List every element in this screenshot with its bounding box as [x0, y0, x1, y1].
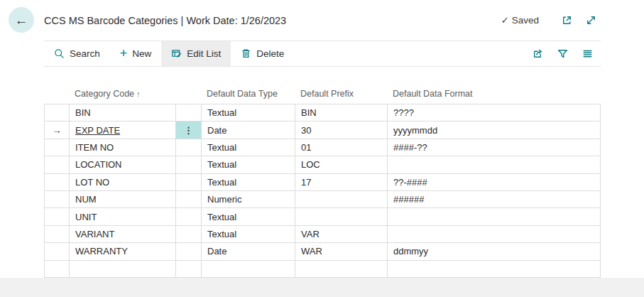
- row-selector-cell[interactable]: [45, 226, 70, 242]
- row-options-cell[interactable]: ⋮: [176, 122, 202, 138]
- default-prefix-cell[interactable]: 01: [295, 139, 388, 156]
- table-header-row: Category Code↑ Default Data Type Default…: [44, 84, 601, 104]
- default-data-type-cell[interactable]: [202, 261, 295, 277]
- default-prefix-cell[interactable]: VAR: [295, 226, 388, 242]
- column-header-default-data-type[interactable]: Default Data Type: [201, 89, 295, 99]
- row-options-cell[interactable]: [176, 139, 202, 156]
- column-header-category-code[interactable]: Category Code↑: [69, 89, 175, 99]
- row-selector-cell[interactable]: [45, 208, 70, 225]
- row-options-cell[interactable]: [176, 156, 202, 173]
- table-row[interactable]: WARRANTY Date WAR ddmmyy: [44, 243, 601, 260]
- default-data-type-cell[interactable]: Date: [202, 243, 295, 259]
- category-code-cell[interactable]: LOT NO: [70, 174, 176, 190]
- share-button[interactable]: [528, 48, 548, 60]
- table-row[interactable]: VARIANT Textual VAR: [44, 226, 601, 243]
- column-header-default-data-format[interactable]: Default Data Format: [387, 89, 601, 99]
- delete-icon: [241, 48, 251, 59]
- category-code-cell[interactable]: EXP DATE: [70, 122, 176, 138]
- default-data-format-cell[interactable]: ####-??: [388, 139, 601, 156]
- default-prefix-cell[interactable]: 30: [295, 122, 388, 138]
- open-in-new-window-button[interactable]: [561, 14, 573, 26]
- save-status: ✓ Saved: [501, 15, 539, 26]
- default-prefix-cell[interactable]: [295, 191, 388, 207]
- row-options-cell[interactable]: [176, 243, 202, 259]
- category-code-cell[interactable]: ITEM NO: [70, 139, 176, 156]
- column-header-default-prefix[interactable]: Default Prefix: [295, 89, 387, 99]
- row-selector-cell[interactable]: [45, 104, 70, 121]
- table-row[interactable]: → EXP DATE ⋮ Date 30 yyyymmdd: [44, 122, 601, 139]
- category-code-cell[interactable]: LOCATION: [70, 156, 176, 173]
- default-data-format-cell[interactable]: [388, 156, 601, 173]
- check-icon: ✓: [501, 15, 509, 26]
- row-selector-cell[interactable]: [45, 261, 70, 277]
- row-options-cell[interactable]: [176, 261, 202, 277]
- default-data-format-cell[interactable]: yyyymmdd: [388, 122, 601, 138]
- default-data-type-cell[interactable]: Textual: [202, 139, 295, 156]
- default-data-format-cell[interactable]: ######: [388, 191, 601, 207]
- table-row[interactable]: LOT NO Textual 17 ??-####: [44, 174, 601, 191]
- default-data-format-cell[interactable]: ddmmyy: [388, 243, 601, 259]
- expand-icon: [585, 14, 597, 26]
- bottom-area: [0, 278, 644, 297]
- default-prefix-cell[interactable]: BIN: [295, 104, 388, 121]
- row-selector-cell[interactable]: →: [45, 122, 70, 138]
- row-options-cell[interactable]: [176, 174, 202, 190]
- filter-button[interactable]: [552, 48, 573, 60]
- default-data-type-cell[interactable]: Textual: [202, 156, 295, 173]
- edit-list-button[interactable]: Edit List: [161, 41, 231, 66]
- search-button[interactable]: Search: [44, 41, 110, 66]
- row-selector-cell[interactable]: [45, 243, 70, 259]
- table-row[interactable]: BIN Textual BIN ????: [44, 104, 601, 122]
- search-label: Search: [70, 48, 100, 59]
- saved-label: Saved: [512, 15, 539, 26]
- default-prefix-cell[interactable]: LOC: [295, 156, 388, 173]
- default-prefix-cell[interactable]: [295, 261, 388, 277]
- table-body: BIN Textual BIN ???? → EXP DATE ⋮ Date 3…: [44, 104, 601, 278]
- default-prefix-cell[interactable]: WAR: [295, 243, 388, 259]
- category-code-cell[interactable]: VARIANT: [70, 226, 176, 242]
- table-row[interactable]: LOCATION Textual LOC: [44, 156, 601, 173]
- title-bar-right: ✓ Saved: [501, 0, 597, 40]
- default-data-type-cell[interactable]: Date: [202, 122, 295, 138]
- category-code-cell[interactable]: WARRANTY: [70, 243, 176, 259]
- row-options-cell[interactable]: [176, 208, 202, 225]
- edit-list-label: Edit List: [187, 48, 221, 59]
- delete-button[interactable]: Delete: [231, 41, 294, 66]
- default-data-format-cell[interactable]: [388, 261, 601, 277]
- row-options-cell[interactable]: [176, 104, 202, 121]
- expand-button[interactable]: [585, 14, 597, 26]
- default-data-type-cell[interactable]: Textual: [202, 104, 295, 121]
- default-prefix-cell[interactable]: 17: [295, 174, 388, 190]
- default-data-type-cell[interactable]: Textual: [202, 226, 295, 242]
- category-code-cell[interactable]: BIN: [70, 104, 176, 121]
- default-data-format-cell[interactable]: ????: [388, 104, 601, 121]
- back-button[interactable]: ←: [9, 7, 34, 33]
- default-prefix-cell[interactable]: [295, 208, 388, 225]
- new-button[interactable]: + New: [110, 41, 162, 66]
- category-code-cell[interactable]: UNIT: [70, 208, 176, 225]
- page-title: CCS MS Barcode Categories | Work Date: 1…: [44, 0, 286, 40]
- default-data-format-cell[interactable]: [388, 208, 601, 225]
- table-row[interactable]: [44, 261, 601, 278]
- row-selector-cell[interactable]: [45, 139, 70, 156]
- action-bar-right: [528, 41, 601, 66]
- row-selector-cell[interactable]: [45, 156, 70, 173]
- category-code-header-label: Category Code: [75, 89, 134, 99]
- category-code-cell[interactable]: NUM: [70, 191, 176, 207]
- table-row[interactable]: ITEM NO Textual 01 ####-??: [44, 139, 601, 156]
- default-data-type-cell[interactable]: Textual: [202, 174, 295, 190]
- table-row[interactable]: UNIT Textual: [44, 208, 601, 225]
- choose-columns-button[interactable]: [577, 48, 598, 60]
- category-code-cell[interactable]: [70, 261, 176, 277]
- default-data-type-cell[interactable]: Textual: [202, 208, 295, 225]
- row-options-cell[interactable]: [176, 226, 202, 242]
- back-arrow-icon: ←: [15, 14, 28, 27]
- default-data-format-cell[interactable]: [388, 226, 601, 242]
- row-options-cell[interactable]: [176, 191, 202, 207]
- default-data-type-cell[interactable]: Numeric: [202, 191, 295, 207]
- new-label: New: [132, 48, 151, 59]
- row-selector-cell[interactable]: [45, 174, 70, 190]
- row-selector-cell[interactable]: [45, 191, 70, 207]
- default-data-format-cell[interactable]: ??-####: [388, 174, 601, 190]
- table-row[interactable]: NUM Numeric ######: [44, 191, 601, 208]
